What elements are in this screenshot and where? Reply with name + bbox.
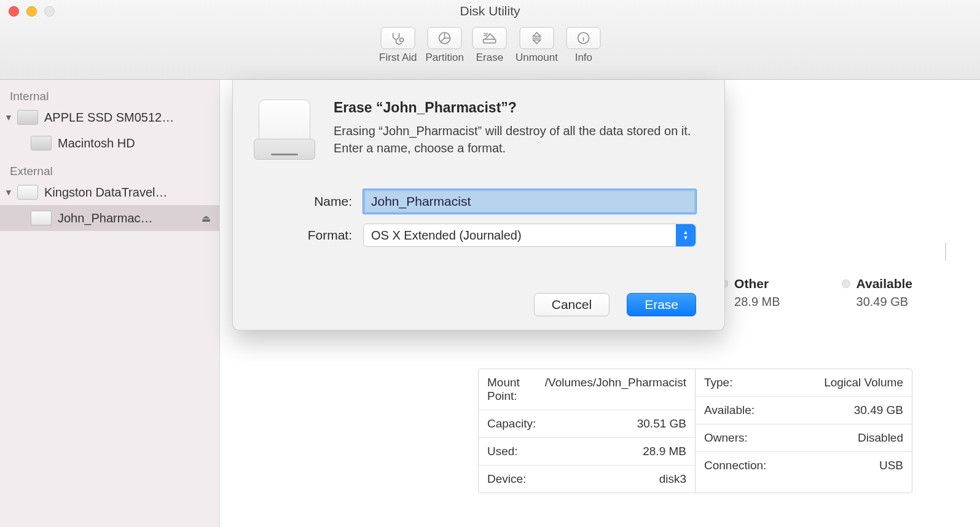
detail-key: Connection:: [704, 459, 766, 472]
sidebar-section-internal: Internal: [0, 88, 219, 104]
detail-key: Mount Point:: [487, 376, 545, 403]
usage-value: 28.9 MB: [719, 295, 780, 309]
detail-value: Disabled: [858, 431, 903, 445]
usage-value: 30.49 GB: [842, 295, 912, 309]
traffic-lights: [9, 6, 55, 17]
volume-details: Mount Point:/Volumes/John_Pharmacist Cap…: [478, 369, 912, 493]
detail-value: disk3: [659, 472, 686, 486]
usage-legend: Other 28.9 MB Available 30.49 GB: [719, 276, 912, 309]
detail-key: Device:: [487, 472, 526, 486]
svg-rect-2: [484, 39, 496, 43]
detail-key: Available:: [704, 404, 755, 417]
erase-icon: [472, 27, 507, 49]
erase-sheet: Erase “John_Pharmacist”? Erasing “John_P…: [232, 80, 725, 330]
legend-swatch-icon: [842, 279, 850, 288]
sidebar-section-external: External: [0, 163, 219, 179]
sidebar-item-external-disk[interactable]: ▼ Kingston DataTravel…: [0, 179, 219, 205]
usage-available: Available 30.49 GB: [842, 276, 912, 309]
detail-key: Used:: [487, 445, 518, 458]
sidebar-item-label: Macintosh HD: [58, 136, 219, 150]
name-label: Name:: [293, 194, 352, 209]
unmount-icon: [519, 27, 554, 49]
disk-utility-window: Disk Utility First Aid Partition Erase: [0, 0, 980, 527]
toolbar-label: Erase: [476, 52, 503, 64]
detail-row: Capacity:30.51 GB: [479, 410, 695, 438]
toolbar-label: Info: [575, 52, 592, 64]
detail-row: Type:Logical Volume: [696, 369, 912, 397]
erase-form: Name: Format: OS X Extended (Journaled) …: [293, 189, 696, 247]
disclosure-triangle-icon[interactable]: ▼: [4, 187, 14, 197]
detail-row: Used:28.9 MB: [479, 438, 695, 466]
detail-value: 28.9 MB: [643, 445, 686, 458]
detail-row: Available:30.49 GB: [696, 397, 912, 424]
disclosure-triangle-icon[interactable]: ▼: [4, 112, 14, 122]
pie-chart-icon: [428, 27, 462, 49]
sidebar: Internal ▼ APPLE SSD SM0512… Macintosh H…: [0, 80, 220, 527]
detail-row: Owners:Disabled: [696, 424, 912, 452]
toolbar: First Aid Partition Erase Unmount: [379, 27, 601, 64]
cancel-button[interactable]: Cancel: [534, 293, 610, 316]
sidebar-item-label: Kingston DataTravel…: [44, 185, 219, 200]
first-aid-button[interactable]: First Aid: [379, 27, 417, 64]
usage-label: Available: [857, 276, 912, 291]
zoom-button[interactable]: [44, 6, 55, 17]
detail-row: Mount Point:/Volumes/John_Pharmacist: [479, 369, 695, 410]
details-left: Mount Point:/Volumes/John_Pharmacist Cap…: [479, 369, 696, 493]
sidebar-item-internal-disk[interactable]: ▼ APPLE SSD SM0512…: [0, 104, 219, 130]
sidebar-item-label: APPLE SSD SM0512…: [44, 111, 219, 125]
detail-key: Capacity:: [487, 417, 536, 431]
detail-row: Device:disk3: [479, 466, 695, 493]
internal-disk-icon: [17, 110, 38, 125]
external-disk-icon: [17, 185, 38, 200]
detail-key: Type:: [704, 376, 732, 389]
format-selected-value: OS X Extended (Journaled): [371, 228, 522, 243]
detail-key: Owners:: [704, 431, 748, 445]
chevron-up-down-icon: ▲▼: [676, 224, 696, 246]
titlebar: Disk Utility First Aid Partition Erase: [0, 0, 980, 80]
detail-value: /Volumes/John_Pharmacist: [545, 376, 686, 403]
sheet-title: Erase “John_Pharmacist”?: [334, 100, 696, 116]
unmount-button[interactable]: Unmount: [515, 27, 558, 64]
partition-button[interactable]: Partition: [426, 27, 464, 64]
sheet-description: Erasing “John_Pharmacist” will destroy o…: [334, 122, 696, 157]
svg-point-0: [400, 38, 404, 42]
external-disk-icon: [31, 211, 52, 225]
usage-other: Other 28.9 MB: [719, 276, 780, 309]
toolbar-label: Unmount: [515, 52, 558, 64]
info-icon: [566, 27, 601, 49]
erase-button[interactable]: Erase: [472, 27, 507, 64]
eject-icon[interactable]: ⏏: [202, 213, 211, 224]
detail-value: 30.49 GB: [854, 404, 903, 417]
sidebar-item-macintosh-hd[interactable]: Macintosh HD: [0, 130, 219, 156]
minimize-button[interactable]: [26, 6, 37, 17]
toolbar-label: Partition: [426, 52, 464, 64]
detail-value: USB: [879, 459, 903, 472]
close-button[interactable]: [9, 6, 19, 17]
usage-bar: [945, 243, 946, 261]
external-drive-icon: [254, 100, 315, 167]
sidebar-item-john-pharmacist[interactable]: John_Pharmac… ⏏: [0, 205, 219, 231]
format-label: Format:: [293, 228, 352, 243]
toolbar-label: First Aid: [379, 52, 417, 64]
internal-disk-icon: [31, 136, 52, 150]
erase-confirm-button[interactable]: Erase: [627, 293, 696, 316]
window-title: Disk Utility: [460, 4, 520, 18]
sidebar-item-label: John_Pharmac…: [58, 211, 202, 225]
format-select[interactable]: OS X Extended (Journaled) ▲▼: [363, 224, 696, 247]
detail-value: 30.51 GB: [637, 417, 686, 431]
name-input[interactable]: [363, 189, 696, 214]
usage-label: Other: [734, 276, 769, 291]
detail-row: Connection:USB: [696, 452, 912, 479]
details-right: Type:Logical Volume Available:30.49 GB O…: [696, 369, 912, 493]
detail-value: Logical Volume: [824, 376, 903, 389]
stethoscope-icon: [381, 27, 415, 49]
info-button[interactable]: Info: [566, 27, 601, 64]
